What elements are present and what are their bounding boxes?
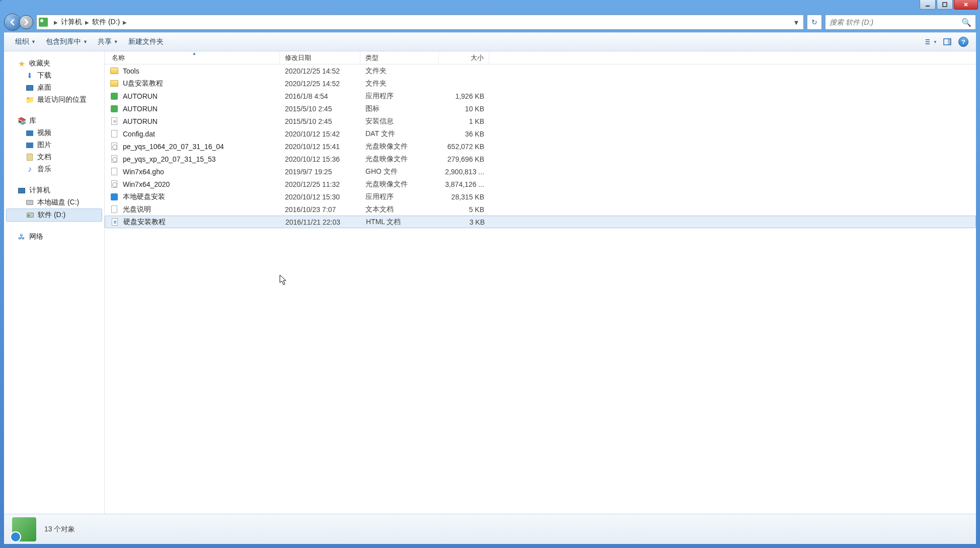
download-icon: ⬇ [25, 71, 34, 80]
breadcrumb[interactable]: ▶ 计算机 ▶ 软件 (D:) ▶ [51, 18, 130, 27]
explorer-window: ▶ 计算机 ▶ 软件 (D:) ▶ ▾ ↻ 🔍 组织▼ 包含到库中▼ 共享▼ 新… [0, 0, 980, 548]
file-icon [110, 167, 119, 176]
file-name-label: Tools [123, 67, 139, 75]
chevron-right-icon: ▶ [85, 20, 89, 25]
file-size-label: 2,900,813 ... [439, 168, 489, 176]
back-button[interactable] [4, 14, 21, 31]
col-type-header[interactable]: 类型 [360, 51, 439, 64]
sidebar-item-desktop[interactable]: 桌面 [4, 82, 104, 94]
sidebar-item-drive-c[interactable]: 本地磁盘 (C:) [4, 196, 104, 209]
file-date-label: 2020/10/12 15:42 [280, 130, 360, 138]
computer-icon [17, 186, 26, 195]
organize-menu[interactable]: 组织▼ [10, 35, 41, 48]
search-input[interactable] [830, 18, 961, 26]
window-controls [920, 0, 978, 10]
file-name-label: AUTORUN [123, 92, 158, 100]
file-icon [110, 92, 119, 101]
sidebar-item-pictures[interactable]: 图片 [4, 139, 104, 151]
new-folder-button[interactable]: 新建文件夹 [123, 35, 169, 48]
share-menu[interactable]: 共享▼ [93, 35, 123, 48]
crumb-drive[interactable]: 软件 (D:) [92, 18, 120, 27]
file-type-label: 文件夹 [360, 79, 439, 88]
file-type-label: HTML 文档 [361, 218, 439, 227]
maximize-button[interactable] [937, 0, 953, 10]
library-icon: 📚 [17, 116, 26, 125]
file-type-label: GHO 文件 [360, 167, 439, 176]
file-date-label: 2015/5/10 2:45 [280, 117, 360, 125]
sidebar-item-recent[interactable]: 📁最近访问的位置 [4, 94, 104, 106]
network-icon: 🖧 [17, 232, 26, 241]
file-type-label: 光盘映像文件 [360, 155, 439, 164]
details-pane: 13 个对象 [4, 514, 976, 544]
file-row[interactable]: Config.dat2020/10/12 15:42DAT 文件36 KB [105, 127, 976, 140]
file-size-label: 10 KB [439, 105, 489, 113]
help-button[interactable]: ? [957, 35, 970, 48]
file-icon [110, 155, 119, 164]
col-date-header[interactable]: 修改日期 [280, 51, 360, 64]
refresh-button[interactable]: ↻ [807, 15, 822, 30]
minimize-button[interactable] [920, 0, 936, 10]
file-type-label: 文件夹 [360, 66, 439, 76]
sidebar-item-music[interactable]: ♪音乐 [4, 163, 104, 175]
sidebar-item-downloads[interactable]: ⬇下载 [4, 70, 104, 82]
titlebar [0, 0, 980, 12]
file-date-label: 2016/10/23 7:07 [280, 206, 360, 214]
file-type-label: 安装信息 [360, 117, 439, 126]
col-size-header[interactable]: 大小 [439, 51, 489, 64]
file-row[interactable]: 光盘说明2016/10/23 7:07文本文档5 KB [105, 203, 976, 216]
file-row[interactable]: pe_yqs_xp_20_07_31_15_532020/10/12 15:36… [105, 153, 976, 165]
star-icon: ★ [17, 59, 26, 68]
file-type-label: 应用程序 [360, 192, 439, 201]
file-date-label: 2016/1/8 4:54 [280, 92, 360, 100]
file-icon [110, 79, 119, 88]
file-row[interactable]: pe_yqs_1064_20_07_31_16_042020/10/12 15:… [105, 140, 976, 153]
picture-icon [25, 141, 34, 150]
file-rows: Tools2020/12/25 14:52文件夹U盘安装教程2020/12/25… [105, 64, 976, 228]
file-icon [110, 180, 119, 189]
view-options-button[interactable]: ▼ [925, 35, 938, 48]
sidebar-item-drive-d[interactable]: 软件 (D:) [6, 209, 102, 222]
file-row[interactable]: U盘安装教程2020/12/25 14:52文件夹 [105, 77, 976, 90]
video-icon [25, 128, 34, 138]
svg-rect-1 [943, 3, 947, 7]
file-row[interactable]: 本地硬盘安装2020/10/12 15:30应用程序28,315 KB [105, 190, 976, 203]
include-library-menu[interactable]: 包含到库中▼ [41, 35, 93, 48]
crumb-computer[interactable]: 计算机 [61, 18, 82, 27]
sidebar-item-videos[interactable]: 视频 [4, 127, 104, 139]
file-name-label: U盘安装教程 [123, 79, 163, 88]
address-dropdown[interactable]: ▾ [791, 18, 801, 27]
file-row[interactable]: AUTORUN2015/5/10 2:45图标10 KB [105, 102, 976, 115]
file-date-label: 2020/10/12 15:30 [280, 193, 360, 201]
file-name-label: pe_yqs_xp_20_07_31_15_53 [123, 155, 216, 163]
sidebar-favorites[interactable]: ★收藏夹 [4, 57, 104, 70]
file-row[interactable]: Win7x64.gho2019/9/7 19:25GHO 文件2,900,813… [105, 165, 976, 178]
sidebar-network[interactable]: 🖧网络 [4, 231, 104, 243]
file-icon [110, 142, 119, 151]
search-box[interactable]: 🔍 [825, 15, 976, 30]
address-bar[interactable]: ▶ 计算机 ▶ 软件 (D:) ▶ ▾ [36, 15, 804, 30]
file-date-label: 2016/11/21 22:03 [280, 218, 361, 226]
file-date-label: 2020/12/25 14:52 [280, 80, 360, 88]
status-text: 13 个对象 [44, 525, 75, 534]
file-row[interactable]: Tools2020/12/25 14:52文件夹 [105, 64, 976, 77]
sidebar-libraries[interactable]: 📚库 [4, 115, 104, 127]
chevron-right-icon: ▶ [54, 20, 58, 25]
file-size-label: 3,874,126 ... [439, 180, 489, 188]
file-size-label: 28,315 KB [439, 193, 489, 201]
file-row[interactable]: AUTORUN2016/1/8 4:54应用程序1,926 KB [105, 90, 976, 102]
preview-pane-button[interactable] [941, 35, 954, 48]
file-row[interactable]: AUTORUN2015/5/10 2:45安装信息1 KB [105, 115, 976, 127]
col-name-header[interactable]: 名称▲ [105, 51, 280, 64]
file-row[interactable]: 硬盘安装教程2016/11/21 22:03HTML 文档3 KB [105, 216, 976, 228]
sort-asc-icon: ▲ [192, 51, 197, 56]
sidebar-computer[interactable]: 计算机 [4, 184, 104, 196]
file-icon [110, 117, 119, 126]
file-icon [110, 205, 119, 214]
close-button[interactable] [954, 0, 978, 10]
file-row[interactable]: Win7x64_20202020/12/25 11:32光盘映像文件3,874,… [105, 178, 976, 190]
forward-button[interactable] [19, 15, 33, 29]
sidebar-item-documents[interactable]: 文档 [4, 151, 104, 163]
file-list-pane[interactable]: 名称▲ 修改日期 类型 大小 Tools2020/12/25 14:52文件夹U… [105, 51, 976, 514]
drive-icon [26, 211, 35, 220]
file-icon [110, 104, 119, 113]
